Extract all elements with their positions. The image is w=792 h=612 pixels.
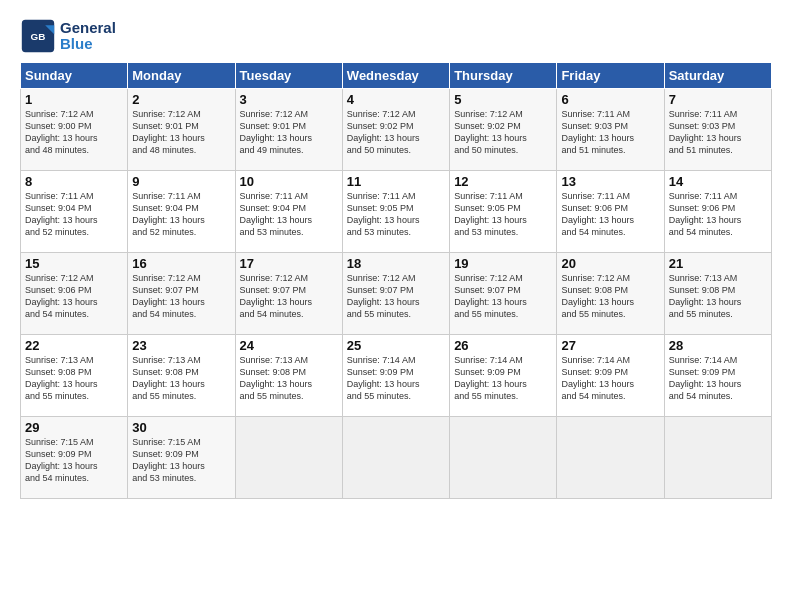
day-number: 19 (454, 256, 552, 271)
day-detail: Sunrise: 7:11 AMSunset: 9:04 PMDaylight:… (240, 190, 338, 239)
calendar-cell: 12 Sunrise: 7:11 AMSunset: 9:05 PMDaylig… (450, 171, 557, 253)
calendar-cell: 28 Sunrise: 7:14 AMSunset: 9:09 PMDaylig… (664, 335, 771, 417)
day-number: 21 (669, 256, 767, 271)
calendar-header: Sunday Monday Tuesday Wednesday Thursday… (21, 63, 772, 89)
day-number: 6 (561, 92, 659, 107)
day-detail: Sunrise: 7:12 AMSunset: 9:08 PMDaylight:… (561, 272, 659, 321)
calendar-cell (450, 417, 557, 499)
day-number: 18 (347, 256, 445, 271)
calendar-cell: 17 Sunrise: 7:12 AMSunset: 9:07 PMDaylig… (235, 253, 342, 335)
calendar-table: Sunday Monday Tuesday Wednesday Thursday… (20, 62, 772, 499)
day-number: 5 (454, 92, 552, 107)
day-detail: Sunrise: 7:15 AMSunset: 9:09 PMDaylight:… (25, 436, 123, 485)
day-detail: Sunrise: 7:12 AMSunset: 9:02 PMDaylight:… (347, 108, 445, 157)
calendar-cell: 5 Sunrise: 7:12 AMSunset: 9:02 PMDayligh… (450, 89, 557, 171)
day-number: 22 (25, 338, 123, 353)
day-number: 25 (347, 338, 445, 353)
week-row: 22 Sunrise: 7:13 AMSunset: 9:08 PMDaylig… (21, 335, 772, 417)
day-detail: Sunrise: 7:12 AMSunset: 9:07 PMDaylight:… (240, 272, 338, 321)
col-sunday: Sunday (21, 63, 128, 89)
col-friday: Friday (557, 63, 664, 89)
calendar-cell: 18 Sunrise: 7:12 AMSunset: 9:07 PMDaylig… (342, 253, 449, 335)
calendar-cell (664, 417, 771, 499)
logo: GB General Blue (20, 18, 116, 54)
day-number: 15 (25, 256, 123, 271)
day-detail: Sunrise: 7:12 AMSunset: 9:07 PMDaylight:… (347, 272, 445, 321)
day-number: 14 (669, 174, 767, 189)
day-detail: Sunrise: 7:14 AMSunset: 9:09 PMDaylight:… (669, 354, 767, 403)
day-detail: Sunrise: 7:12 AMSunset: 9:00 PMDaylight:… (25, 108, 123, 157)
col-thursday: Thursday (450, 63, 557, 89)
day-number: 26 (454, 338, 552, 353)
calendar-cell (557, 417, 664, 499)
day-number: 3 (240, 92, 338, 107)
calendar-cell: 9 Sunrise: 7:11 AMSunset: 9:04 PMDayligh… (128, 171, 235, 253)
day-detail: Sunrise: 7:13 AMSunset: 9:08 PMDaylight:… (132, 354, 230, 403)
day-detail: Sunrise: 7:15 AMSunset: 9:09 PMDaylight:… (132, 436, 230, 485)
day-detail: Sunrise: 7:13 AMSunset: 9:08 PMDaylight:… (25, 354, 123, 403)
day-number: 24 (240, 338, 338, 353)
calendar-cell: 13 Sunrise: 7:11 AMSunset: 9:06 PMDaylig… (557, 171, 664, 253)
svg-text:GB: GB (31, 31, 46, 42)
logo-icon: GB (20, 18, 56, 54)
week-row: 8 Sunrise: 7:11 AMSunset: 9:04 PMDayligh… (21, 171, 772, 253)
day-number: 2 (132, 92, 230, 107)
calendar-cell (342, 417, 449, 499)
week-row: 1 Sunrise: 7:12 AMSunset: 9:00 PMDayligh… (21, 89, 772, 171)
calendar-cell: 6 Sunrise: 7:11 AMSunset: 9:03 PMDayligh… (557, 89, 664, 171)
logo-text: General Blue (60, 20, 116, 53)
logo-line1: General (60, 20, 116, 37)
week-row: 15 Sunrise: 7:12 AMSunset: 9:06 PMDaylig… (21, 253, 772, 335)
calendar-cell: 4 Sunrise: 7:12 AMSunset: 9:02 PMDayligh… (342, 89, 449, 171)
day-number: 16 (132, 256, 230, 271)
calendar-cell: 2 Sunrise: 7:12 AMSunset: 9:01 PMDayligh… (128, 89, 235, 171)
day-number: 30 (132, 420, 230, 435)
col-monday: Monday (128, 63, 235, 89)
calendar-cell: 19 Sunrise: 7:12 AMSunset: 9:07 PMDaylig… (450, 253, 557, 335)
calendar-cell: 25 Sunrise: 7:14 AMSunset: 9:09 PMDaylig… (342, 335, 449, 417)
day-number: 13 (561, 174, 659, 189)
calendar-page: GB General Blue Sunday Monday Tuesday We… (0, 0, 792, 509)
day-detail: Sunrise: 7:12 AMSunset: 9:07 PMDaylight:… (454, 272, 552, 321)
col-wednesday: Wednesday (342, 63, 449, 89)
calendar-cell: 3 Sunrise: 7:12 AMSunset: 9:01 PMDayligh… (235, 89, 342, 171)
day-number: 23 (132, 338, 230, 353)
calendar-cell: 27 Sunrise: 7:14 AMSunset: 9:09 PMDaylig… (557, 335, 664, 417)
day-number: 20 (561, 256, 659, 271)
day-detail: Sunrise: 7:14 AMSunset: 9:09 PMDaylight:… (347, 354, 445, 403)
day-number: 27 (561, 338, 659, 353)
day-number: 7 (669, 92, 767, 107)
day-detail: Sunrise: 7:11 AMSunset: 9:06 PMDaylight:… (669, 190, 767, 239)
header: GB General Blue (20, 18, 772, 54)
calendar-cell: 7 Sunrise: 7:11 AMSunset: 9:03 PMDayligh… (664, 89, 771, 171)
col-saturday: Saturday (664, 63, 771, 89)
day-detail: Sunrise: 7:11 AMSunset: 9:03 PMDaylight:… (669, 108, 767, 157)
day-number: 29 (25, 420, 123, 435)
day-number: 28 (669, 338, 767, 353)
day-detail: Sunrise: 7:12 AMSunset: 9:07 PMDaylight:… (132, 272, 230, 321)
calendar-body: 1 Sunrise: 7:12 AMSunset: 9:00 PMDayligh… (21, 89, 772, 499)
day-detail: Sunrise: 7:11 AMSunset: 9:06 PMDaylight:… (561, 190, 659, 239)
day-detail: Sunrise: 7:11 AMSunset: 9:05 PMDaylight:… (454, 190, 552, 239)
calendar-cell: 29 Sunrise: 7:15 AMSunset: 9:09 PMDaylig… (21, 417, 128, 499)
calendar-cell: 1 Sunrise: 7:12 AMSunset: 9:00 PMDayligh… (21, 89, 128, 171)
day-detail: Sunrise: 7:14 AMSunset: 9:09 PMDaylight:… (561, 354, 659, 403)
day-number: 1 (25, 92, 123, 107)
day-number: 10 (240, 174, 338, 189)
calendar-cell (235, 417, 342, 499)
day-detail: Sunrise: 7:11 AMSunset: 9:05 PMDaylight:… (347, 190, 445, 239)
day-detail: Sunrise: 7:11 AMSunset: 9:04 PMDaylight:… (25, 190, 123, 239)
calendar-cell: 20 Sunrise: 7:12 AMSunset: 9:08 PMDaylig… (557, 253, 664, 335)
calendar-cell: 26 Sunrise: 7:14 AMSunset: 9:09 PMDaylig… (450, 335, 557, 417)
day-number: 12 (454, 174, 552, 189)
day-number: 17 (240, 256, 338, 271)
day-number: 8 (25, 174, 123, 189)
day-detail: Sunrise: 7:12 AMSunset: 9:01 PMDaylight:… (132, 108, 230, 157)
calendar-cell: 23 Sunrise: 7:13 AMSunset: 9:08 PMDaylig… (128, 335, 235, 417)
calendar-cell: 15 Sunrise: 7:12 AMSunset: 9:06 PMDaylig… (21, 253, 128, 335)
calendar-cell: 11 Sunrise: 7:11 AMSunset: 9:05 PMDaylig… (342, 171, 449, 253)
day-detail: Sunrise: 7:13 AMSunset: 9:08 PMDaylight:… (669, 272, 767, 321)
day-number: 4 (347, 92, 445, 107)
col-tuesday: Tuesday (235, 63, 342, 89)
calendar-cell: 8 Sunrise: 7:11 AMSunset: 9:04 PMDayligh… (21, 171, 128, 253)
